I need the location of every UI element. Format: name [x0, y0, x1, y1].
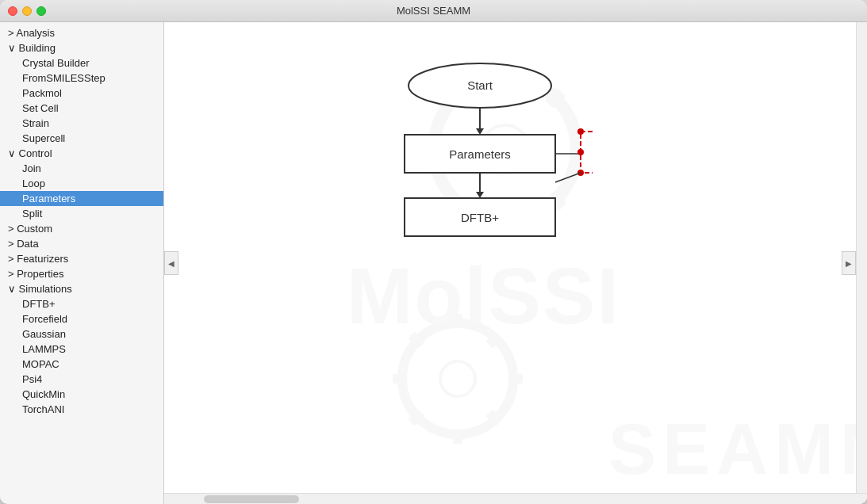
flow-diagram: Start Parameters from SMILES	[196, 46, 593, 271]
sidebar-item-split[interactable]: Split	[0, 206, 163, 221]
sidebar-item-set-cell[interactable]: Set Cell	[0, 101, 163, 116]
right-arrow-icon: ▶	[846, 259, 852, 268]
svg-rect-19	[408, 331, 424, 348]
sidebar-item-loop[interactable]: Loop	[0, 176, 163, 191]
sidebar-item-torchan[interactable]: TorchANI	[0, 402, 163, 417]
window-controls	[8, 6, 46, 16]
sidebar-item-building[interactable]: ∨ Building	[0, 40, 163, 55]
sidebar-item-packmol[interactable]: Packmol	[0, 86, 163, 101]
svg-rect-15	[393, 374, 407, 384]
sidebar-item-gaussian[interactable]: Gaussian	[0, 326, 163, 342]
svg-marker-24	[476, 128, 484, 135]
left-arrow-icon: ◀	[168, 259, 175, 268]
sidebar-item-mopac[interactable]: MOPAC	[0, 357, 163, 372]
svg-rect-12	[453, 314, 462, 328]
main-window: MolSSI SEAMM > Analysis∨ BuildingCrystal…	[0, 0, 867, 504]
sidebar: > Analysis∨ BuildingCrystal BuilderFromS…	[0, 22, 164, 504]
sidebar-item-custom[interactable]: > Custom	[0, 221, 163, 236]
svg-text:SEAMM: SEAMM	[608, 410, 867, 489]
svg-point-29	[577, 128, 584, 135]
sidebar-item-dftb-plus[interactable]: DFTB+	[0, 296, 163, 311]
sidebar-item-supercell[interactable]: Supercell	[0, 131, 163, 146]
sidebar-item-simulations[interactable]: ∨ Simulations	[0, 281, 163, 296]
sidebar-item-analysis[interactable]: > Analysis	[0, 25, 163, 40]
svg-point-32	[577, 149, 584, 155]
sidebar-item-strain[interactable]: Strain	[0, 116, 163, 131]
vertical-scrollbar[interactable]	[856, 22, 867, 493]
svg-rect-17	[408, 409, 424, 426]
dftb-label: DFTB+	[461, 211, 499, 224]
svg-point-10	[402, 323, 513, 434]
close-button[interactable]	[8, 6, 17, 16]
parameters-label: Parameters	[449, 147, 511, 161]
sidebar-item-data[interactable]: > Data	[0, 236, 163, 251]
start-label: Start	[467, 78, 493, 92]
svg-marker-38	[476, 192, 484, 198]
svg-line-40	[555, 173, 581, 182]
minimize-button[interactable]	[22, 6, 32, 16]
sidebar-item-control[interactable]: ∨ Control	[0, 146, 163, 161]
svg-rect-18	[485, 409, 502, 426]
sidebar-item-properties[interactable]: > Properties	[0, 266, 163, 281]
sidebar-item-crystal-builder[interactable]: Crystal Builder	[0, 55, 163, 71]
titlebar: MolSSI SEAMM	[0, 0, 867, 22]
scrollbar-thumb[interactable]	[204, 495, 299, 503]
sidebar-item-psi4[interactable]: Psi4	[0, 372, 163, 387]
svg-rect-14	[508, 374, 523, 384]
sidebar-item-parameters[interactable]: Parameters	[0, 191, 163, 206]
sidebar-item-quickmin[interactable]: QuickMin	[0, 387, 163, 402]
canvas-area[interactable]: MolSSI SEAMM Start Parameters	[164, 22, 867, 504]
svg-rect-16	[485, 331, 502, 348]
main-content: > Analysis∨ BuildingCrystal BuilderFromS…	[0, 22, 867, 504]
sidebar-item-forcefield[interactable]: Forcefield	[0, 311, 163, 326]
window-title: MolSSI SEAMM	[397, 5, 470, 17]
sidebar-item-featurizers[interactable]: > Featurizers	[0, 251, 163, 266]
sidebar-item-join[interactable]: Join	[0, 161, 163, 176]
sidebar-item-fromsmilesstep[interactable]: FromSMILESStep	[0, 71, 163, 86]
horizontal-scrollbar[interactable]	[164, 493, 867, 504]
maximize-button[interactable]	[36, 6, 46, 16]
svg-rect-13	[453, 430, 462, 444]
nav-right-button[interactable]: ▶	[842, 251, 856, 275]
sidebar-item-lammps[interactable]: LAMMPS	[0, 342, 163, 357]
nav-left-button[interactable]: ◀	[164, 251, 178, 275]
svg-point-11	[440, 361, 475, 396]
